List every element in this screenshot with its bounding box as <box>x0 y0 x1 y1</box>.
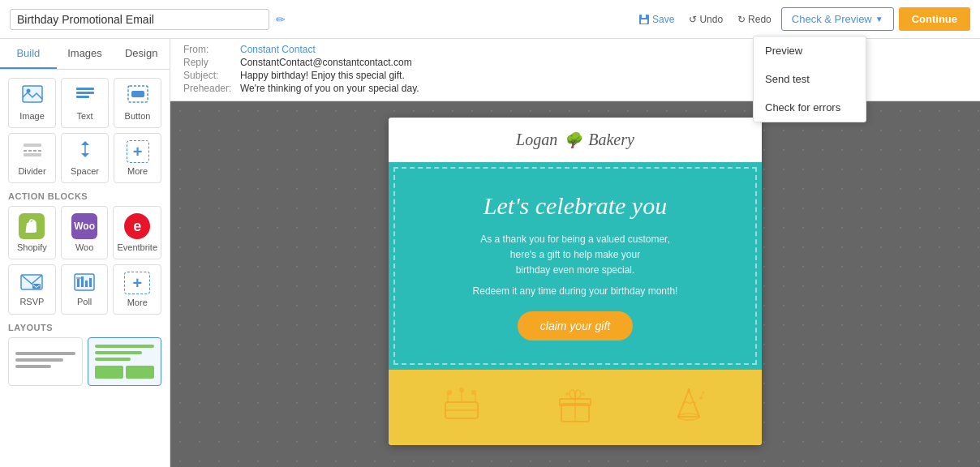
dropdown-arrow-icon: ▼ <box>875 15 883 24</box>
divider-block-label: Divider <box>18 166 45 176</box>
content-blocks-grid: Image Text <box>8 78 161 183</box>
email-title-input[interactable] <box>10 9 269 30</box>
block-rsvp[interactable]: RSVP <box>8 264 56 315</box>
shopify-icon <box>19 213 45 239</box>
block-button[interactable]: Button <box>114 78 161 128</box>
svg-rect-9 <box>131 91 144 97</box>
save-button[interactable]: Save <box>634 11 679 28</box>
block-spacer[interactable]: Spacer <box>61 133 109 183</box>
button-block-icon <box>127 85 148 108</box>
email-footer-golden <box>389 370 762 445</box>
spacer-block-label: Spacer <box>71 166 99 176</box>
redo-icon: ↻ <box>737 14 746 25</box>
layout-thumb-2 <box>95 345 155 379</box>
email-wrapper: Logan 🌳 Bakery Let's celebrate you As a … <box>389 118 762 445</box>
poll-icon <box>73 272 96 293</box>
reply-label: Reply <box>183 57 240 68</box>
block-text[interactable]: Text <box>61 78 109 128</box>
redo-button[interactable]: ↻ Redo <box>733 11 776 28</box>
woo-label: Woo <box>75 242 93 252</box>
edit-icon[interactable]: ✏ <box>276 13 286 26</box>
divider-block-icon <box>22 140 43 163</box>
email-teal-inner: Let's celebrate you As a thank you for b… <box>393 167 757 365</box>
title-area: ✏ <box>10 9 286 30</box>
celebrate-title: Let's celebrate you <box>424 191 726 221</box>
block-divider[interactable]: Divider <box>8 133 56 183</box>
eventbrite-icon: e <box>124 213 150 239</box>
dropdown-item-send-test[interactable]: Send test <box>754 65 866 93</box>
check-preview-button[interactable]: Check & Preview ▼ <box>781 7 894 31</box>
layout-item-2[interactable] <box>88 337 162 386</box>
svg-rect-7 <box>76 96 89 98</box>
svg-point-30 <box>582 392 585 396</box>
woo-icon: Woo <box>71 213 97 239</box>
redeem-text: Redeem it any time during your birthday … <box>424 285 726 297</box>
dropdown-item-check-errors[interactable]: Check for errors <box>754 93 866 122</box>
rsvp-label: RSVP <box>19 297 44 306</box>
block-woo[interactable]: Woo Woo <box>61 206 109 259</box>
email-canvas: Logan 🌳 Bakery Let's celebrate you As a … <box>170 101 980 467</box>
canvas-inner: Logan 🌳 Bakery Let's celebrate you As a … <box>170 101 980 461</box>
block-eventbrite[interactable]: e Eventbrite <box>113 206 161 259</box>
svg-rect-10 <box>24 144 41 147</box>
svg-rect-2 <box>642 15 646 18</box>
block-poll[interactable]: Poll <box>61 264 109 315</box>
tab-images[interactable]: Images <box>57 39 114 69</box>
golden-cake-icon <box>441 386 482 429</box>
dropdown-item-preview[interactable]: Preview <box>754 36 866 65</box>
bakery-logo: Logan 🌳 Bakery <box>402 131 749 149</box>
subject-value: Happy birthday! Enjoy this special gift. <box>240 70 405 81</box>
block-shopify[interactable]: Shopify <box>8 206 56 259</box>
svg-rect-5 <box>76 88 94 90</box>
tree-icon: 🌳 <box>564 131 582 149</box>
image-block-label: Image <box>19 111 45 121</box>
email-header: Logan 🌳 Bakery <box>389 118 762 162</box>
more-block-label: More <box>127 166 148 176</box>
subtitle-line1: As a thank you for being a valued custom… <box>480 234 669 245</box>
continue-button[interactable]: Continue <box>899 7 970 31</box>
undo-icon: ↺ <box>689 14 697 25</box>
action-blocks-grid: Shopify Woo Woo e Eventbrite <box>8 206 161 315</box>
layouts-label: Layouts <box>8 323 161 332</box>
shopify-label: Shopify <box>17 242 47 252</box>
logo-text: Logan <box>516 131 557 149</box>
sidebar: Build Images Design Image <box>0 39 170 467</box>
undo-label: Undo <box>699 14 723 25</box>
image-block-icon <box>22 85 43 108</box>
svg-rect-20 <box>89 278 92 287</box>
action-more-icon: + <box>124 272 150 294</box>
golden-gift-icon <box>555 386 595 429</box>
poll-label: Poll <box>77 297 92 306</box>
svg-rect-6 <box>76 92 94 94</box>
action-blocks-label: Action Blocks <box>8 191 161 201</box>
golden-party-icon <box>668 386 709 429</box>
sidebar-tabs: Build Images Design <box>0 39 170 70</box>
svg-rect-1 <box>641 19 647 24</box>
claim-gift-button[interactable]: claim your gift <box>518 311 633 341</box>
undo-button[interactable]: ↺ Undo <box>684 11 728 28</box>
from-label: From: <box>183 44 240 55</box>
email-subtitle: As a thank you for being a valued custom… <box>424 232 726 279</box>
logo-suffix: Bakery <box>588 131 634 149</box>
continue-label: Continue <box>912 13 957 25</box>
svg-rect-17 <box>77 279 80 287</box>
layout-item-1[interactable] <box>8 337 83 386</box>
top-actions: Save ↺ Undo ↻ Redo Check & Preview ▼ Con… <box>634 7 970 31</box>
tab-design[interactable]: Design <box>113 39 170 69</box>
block-action-more[interactable]: + More <box>113 264 161 315</box>
button-block-label: Button <box>125 111 151 121</box>
block-image[interactable]: Image <box>8 78 56 128</box>
more-block-icon: + <box>127 140 149 163</box>
layout-thumb-1 <box>15 352 75 371</box>
tab-build[interactable]: Build <box>0 39 57 69</box>
blocks-section: Image Text <box>0 70 170 394</box>
action-more-label: More <box>127 298 148 307</box>
subject-label: Subject: <box>183 70 240 81</box>
email-teal-section: Let's celebrate you As a thank you for b… <box>389 162 762 370</box>
text-block-label: Text <box>76 111 92 121</box>
svg-point-31 <box>565 392 569 396</box>
block-more[interactable]: + More <box>114 133 161 183</box>
subtitle-line3: birthday even more special. <box>516 264 635 276</box>
reply-value: ConstantContact@constantcontact.com <box>240 57 412 68</box>
svg-rect-18 <box>81 276 84 287</box>
